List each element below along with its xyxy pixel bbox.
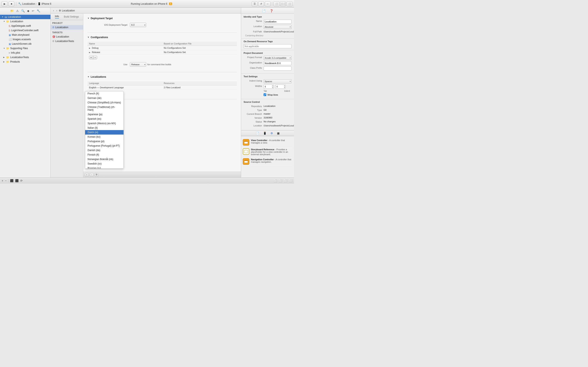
lang-item-es[interactable]: Spanish (es) xyxy=(85,117,123,121)
lang-item-ja[interactable]: Japanese (ja) xyxy=(85,112,123,117)
lang-item-es-mx[interactable]: Spanish (Mexico) (es-MX) xyxy=(85,121,123,125)
nav-test-icon[interactable]: ↩ xyxy=(32,9,34,12)
lang-item-da[interactable]: Danish (da) xyxy=(85,148,123,152)
obj-lib-file-icon[interactable]: 📄 xyxy=(256,132,259,135)
statusbar-icon-3[interactable]: ⟳ xyxy=(20,179,23,182)
location-select[interactable]: Absolute xyxy=(264,25,292,29)
nav-issue-icon[interactable]: ◆ xyxy=(27,9,29,12)
run-button[interactable]: ▶ xyxy=(2,1,7,6)
lang-item-nl[interactable]: Dutch (nl) xyxy=(85,130,123,134)
tree-item-loginvc[interactable]: S LoginViewController.swift xyxy=(0,28,51,33)
editor-remove-btn[interactable]: − xyxy=(90,173,94,176)
back-fwd-btn[interactable]: ↔ xyxy=(265,1,270,6)
tree-item-localizationtests[interactable]: ▶ 📁 LocalizationTests xyxy=(0,55,51,59)
back-btn[interactable]: ‹ xyxy=(52,9,55,12)
hide-navigator-btn[interactable]: ⬜ xyxy=(274,1,279,6)
lang-item-zh-hant[interactable]: Chinese (Traditional) (zh-Hant) xyxy=(85,105,123,112)
statusbar-icon-1[interactable]: ⬛ xyxy=(10,179,13,182)
main-layout: 📁 ⚠ 🔍 ◆ ↩ 🔧 ▼ 🗂 Localization ▼ 📁 Localiz… xyxy=(0,8,294,177)
statusbar-view-3[interactable]: ⬜ xyxy=(284,179,287,182)
local-table-header: Language Resources xyxy=(87,81,237,85)
indent-using-select[interactable]: Spaces xyxy=(264,79,292,83)
statusbar-icon-2[interactable]: ⬛ xyxy=(15,179,18,182)
indent-up-btn[interactable]: ▲ xyxy=(284,85,285,87)
tree-root-localization[interactable]: ▼ 🗂 Localization xyxy=(0,15,51,19)
local-row-english[interactable]: English — Development Language 2 Files L… xyxy=(87,85,237,90)
stop-button[interactable]: ■ xyxy=(9,1,14,6)
lang-item-ru[interactable]: Russian (ru) xyxy=(85,166,123,169)
forward-btn[interactable]: › xyxy=(56,9,58,12)
obj-storyboard-reference[interactable]: Storyboard Reference - Provides a placeh… xyxy=(243,147,292,157)
nav-search-icon[interactable]: 🔍 xyxy=(21,9,25,12)
tab-build-settings[interactable]: Build Settings xyxy=(64,15,79,18)
indent-down-btn[interactable]: ▼ xyxy=(284,87,285,89)
hide-debug-btn[interactable]: ⬜⬜ xyxy=(280,1,286,6)
config-remove-btn[interactable]: − xyxy=(93,56,97,59)
deployment-select[interactable]: 8.3 xyxy=(130,23,146,27)
statusbar-remove-btn[interactable]: − xyxy=(5,179,7,182)
inspector-tab-file[interactable]: 📄 xyxy=(262,9,266,12)
editor-add-btn[interactable]: + xyxy=(85,173,89,176)
statusbar-view-2[interactable]: ⬜ xyxy=(279,179,282,182)
target-item-tests[interactable]: ⚙ LocalizationTests xyxy=(51,39,83,43)
deployment-arrow[interactable]: ▼ xyxy=(87,17,89,19)
obj-lib-phone-icon[interactable]: 📱 xyxy=(263,132,267,135)
config-add-btn[interactable]: + xyxy=(89,56,93,59)
lang-item-pt[interactable]: Portuguese (pt) xyxy=(85,139,123,143)
tree-item-products[interactable]: ▶ 📁 Products xyxy=(0,59,51,64)
localizations-arrow[interactable]: ▼ xyxy=(87,76,89,78)
identity-type-title: Identity and Type xyxy=(243,16,292,18)
target-item-localization[interactable]: 🎯 Localization xyxy=(51,34,83,39)
project-format-select[interactable]: Xcode 3.2-compatible xyxy=(264,56,292,60)
lang-item-pt-pt[interactable]: Portuguese (Portugal) (pt-PT) xyxy=(85,143,123,148)
config-row-debug[interactable]: ▶ Debug No Configurations Set xyxy=(87,46,237,50)
tree-item-images[interactable]: ⬜ Images.xcassets xyxy=(0,37,51,42)
configurations-arrow[interactable]: ▼ xyxy=(87,36,89,38)
editor-gear-btn[interactable]: ⚙ xyxy=(95,173,98,176)
statusbar-add-btn[interactable]: + xyxy=(2,179,3,182)
expand-arrow-root: ▼ xyxy=(2,16,4,18)
obj-navigation-controller[interactable]: Navigation Controller - A controller tha… xyxy=(243,157,292,166)
layout-list-btn[interactable]: ☰ xyxy=(252,1,258,6)
tree-item-appdelegate[interactable]: S AppDelegate.swift xyxy=(0,24,51,28)
statusbar-view-1[interactable]: ⬜ xyxy=(274,179,277,182)
nav-project-icon[interactable]: 📁 xyxy=(10,9,14,12)
lang-item-it[interactable]: Italian (it) xyxy=(85,125,123,130)
lang-item-sv[interactable]: Swedish (sv) xyxy=(85,161,123,166)
inspector-tab-quick[interactable]: ❓ xyxy=(270,9,273,12)
obj-lib-gear-icon[interactable]: ⚙ xyxy=(270,132,273,135)
config-release-value: No Configurations Set xyxy=(162,50,237,54)
tree-item-mainstoryboard[interactable]: ▣ Main.storyboard xyxy=(0,33,51,37)
obj-view-controller[interactable]: View Controller - A controller that mana… xyxy=(243,138,292,147)
name-input[interactable] xyxy=(264,20,292,24)
config-row-release[interactable]: ▶ Release No Configurations Set xyxy=(87,50,237,54)
on-demand-input[interactable] xyxy=(243,44,292,48)
jump-btn[interactable]: ↺ xyxy=(258,1,264,6)
nav-debug-icon[interactable]: 🔧 xyxy=(37,9,40,12)
nav-symbol-icon[interactable]: ⚠ xyxy=(16,9,19,12)
lang-item-ko[interactable]: Korean (ko) xyxy=(85,134,123,139)
tree-group-localization[interactable]: ▼ 📁 Localization xyxy=(0,19,51,24)
lang-item-de[interactable]: German (de) xyxy=(85,96,123,100)
statusbar-view-4[interactable]: ⬜ xyxy=(289,179,292,182)
tab-info[interactable]: Info xyxy=(55,15,59,18)
lang-item-fr[interactable]: French (fr) xyxy=(85,91,123,96)
class-prefix-input[interactable] xyxy=(264,67,292,71)
editor-body: Info Build Settings PROJECT ⚙ Localizati… xyxy=(51,14,241,177)
tree-group-supporting[interactable]: ▼ 📁 Supporting Files xyxy=(0,46,51,50)
hide-inspector-btn[interactable]: ⬜ xyxy=(287,1,292,6)
tree-item-launchscreen[interactable]: ▣ LaunchScreen.xib xyxy=(0,42,51,46)
tab-down-btn[interactable]: ▼ xyxy=(272,87,273,89)
tab-up-btn[interactable]: ▲ xyxy=(272,85,273,87)
wrap-checkbox[interactable] xyxy=(264,93,266,96)
use-select[interactable]: Release xyxy=(130,62,146,67)
lang-item-zh-hans[interactable]: Chinese (Simplified) (zh-Hans) xyxy=(85,100,123,105)
tree-item-infoplist[interactable]: ≡ Info.plist xyxy=(0,50,51,55)
lang-item-fi[interactable]: Finnish (fi) xyxy=(85,152,123,157)
sb-ref-icon-svg xyxy=(244,149,248,154)
lang-item-nb[interactable]: Norwegian Bokmål (nb) xyxy=(85,157,123,161)
obj-lib-grid-icon[interactable]: ▦ xyxy=(277,132,279,135)
org-input[interactable] xyxy=(264,61,292,65)
project-item-localization[interactable]: ⚙ Localization xyxy=(51,25,83,30)
warning-badge[interactable]: 1 xyxy=(169,2,172,5)
